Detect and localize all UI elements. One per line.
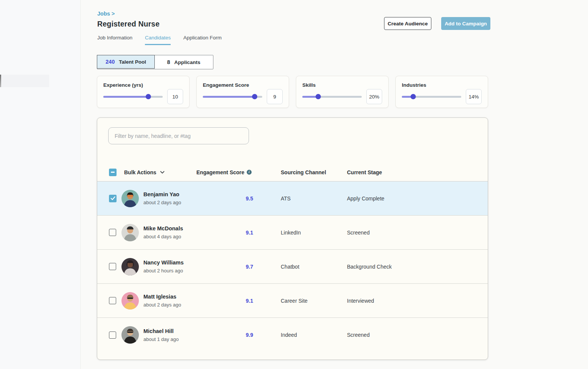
filter-card-skills: Skills 20% — [296, 76, 389, 108]
candidate-name[interactable]: Michael Hill — [143, 328, 196, 334]
engagement-score: 9.7 — [196, 264, 253, 270]
filter-card-experience: Experience (yrs) 10 — [97, 76, 190, 108]
row-checkbox[interactable] — [109, 297, 116, 304]
bulk-actions-dropdown[interactable]: Bulk Actions — [118, 169, 196, 175]
filter-label: Experience (yrs) — [103, 82, 183, 88]
pool-toggle: 240 Talent Pool 8 Applicants — [97, 55, 213, 69]
left-panel-marker — [0, 75, 1, 87]
current-stage: Interviewed — [347, 298, 488, 304]
slider-thumb[interactable] — [316, 94, 321, 99]
slider-thumb[interactable] — [411, 94, 416, 99]
indeterminate-icon — [111, 172, 115, 173]
candidate-time: about 1 day ago — [143, 336, 196, 342]
candidate-time: about 2 hours ago — [143, 268, 196, 274]
applicants-label: Applicants — [174, 59, 201, 65]
current-stage: Screened — [347, 230, 488, 236]
sourcing-channel: ATS — [253, 195, 347, 202]
talent-pool-segment[interactable]: 240 Talent Pool — [97, 55, 155, 69]
current-stage: Background Check — [347, 264, 488, 270]
info-icon[interactable]: i — [247, 170, 252, 175]
candidate-name[interactable]: Matt Iglesias — [143, 294, 196, 300]
candidate-name[interactable]: Mike McDonals — [143, 225, 196, 231]
current-stage: Screened — [347, 332, 488, 338]
filter-label: Industries — [402, 82, 482, 88]
engagement-score: 9.1 — [196, 298, 253, 304]
tab-bar: Job Information Candidates Application F… — [97, 35, 222, 45]
industries-slider[interactable] — [402, 96, 461, 98]
current-stage: Apply Complete — [347, 195, 488, 202]
row-checkbox[interactable] — [109, 195, 117, 202]
talent-pool-count: 240 — [106, 59, 115, 65]
experience-slider[interactable] — [103, 96, 163, 98]
applicants-count: 8 — [167, 59, 170, 65]
avatar — [121, 224, 139, 241]
avatar — [121, 190, 139, 207]
column-current-stage: Current Stage — [347, 169, 488, 175]
sourcing-channel: Indeed — [253, 332, 347, 338]
avatar — [121, 292, 139, 310]
sourcing-channel: LinkedIn — [253, 230, 347, 236]
engagement-score: 9.1 — [196, 230, 253, 236]
candidate-time: about 2 days ago — [143, 200, 196, 205]
left-panel-item — [0, 75, 49, 87]
search-input[interactable] — [108, 127, 249, 144]
filter-card-engagement: Engagement Score 9 — [196, 76, 289, 108]
table-row[interactable]: Michael Hill about 1 day ago 9.9 Indeed … — [97, 318, 488, 352]
check-icon — [110, 196, 115, 200]
bulk-actions-label: Bulk Actions — [124, 169, 156, 175]
row-checkbox[interactable] — [109, 229, 116, 236]
row-checkbox[interactable] — [109, 331, 116, 339]
table-row[interactable]: Benjamin Yao about 2 days ago 9.5 ATS Ap… — [97, 181, 488, 216]
select-all-checkbox[interactable] — [109, 169, 117, 176]
slider-thumb[interactable] — [252, 94, 257, 99]
column-sourcing-channel: Sourcing Channel — [253, 169, 347, 175]
chevron-down-icon — [160, 171, 165, 174]
candidate-name[interactable]: Nancy Williams — [143, 260, 196, 266]
tab-job-information[interactable]: Job Information — [97, 35, 132, 45]
column-label: Engagement Score — [196, 169, 244, 175]
industries-value[interactable]: 14% — [466, 89, 482, 104]
table-row[interactable]: Nancy Williams about 2 hours ago 9.7 Cha… — [97, 250, 488, 284]
candidate-rows: Benjamin Yao about 2 days ago 9.5 ATS Ap… — [97, 181, 488, 352]
table-row[interactable]: Mike McDonals about 4 days ago 9.1 Linke… — [97, 216, 488, 250]
filter-cards: Experience (yrs) 10 Engagement Score 9 S… — [97, 76, 488, 108]
sourcing-channel: Career Site — [253, 298, 347, 304]
engagement-value[interactable]: 9 — [267, 89, 283, 104]
experience-value[interactable]: 10 — [167, 89, 183, 104]
engagement-score: 9.5 — [196, 195, 253, 202]
page-title: Registered Nurse — [97, 20, 160, 28]
candidate-time: about 2 days ago — [143, 302, 196, 308]
skills-slider[interactable] — [302, 96, 362, 98]
tab-candidates[interactable]: Candidates — [145, 35, 171, 45]
candidates-table-card: Bulk Actions Engagement Score i Sourcing… — [97, 117, 488, 360]
engagement-slider[interactable] — [203, 96, 262, 98]
breadcrumb[interactable]: Jobs > — [97, 11, 115, 17]
skills-value[interactable]: 20% — [366, 89, 382, 104]
row-checkbox[interactable] — [109, 263, 116, 270]
column-engagement-score: Engagement Score i — [196, 169, 253, 175]
engagement-score: 9.9 — [196, 332, 253, 338]
table-header-row: Bulk Actions Engagement Score i Sourcing… — [97, 163, 488, 181]
slider-thumb[interactable] — [146, 94, 151, 99]
tab-application-form[interactable]: Application Form — [183, 35, 221, 45]
avatar — [121, 326, 139, 344]
create-audience-button[interactable]: Create Audience — [384, 17, 431, 30]
filter-card-industries: Industries 14% — [395, 76, 488, 108]
sourcing-channel: Chatbot — [253, 264, 347, 270]
filter-label: Skills — [302, 82, 382, 88]
avatar — [121, 258, 139, 275]
add-to-campaign-button[interactable]: Add to Campaign — [441, 17, 490, 30]
filter-label: Engagement Score — [203, 82, 283, 88]
candidate-name[interactable]: Benjamin Yao — [143, 191, 196, 197]
talent-pool-label: Talent Pool — [119, 59, 146, 65]
candidate-time: about 4 days ago — [143, 234, 196, 239]
table-row[interactable]: Matt Iglesias about 2 days ago 9.1 Caree… — [97, 284, 488, 318]
left-panel — [0, 0, 81, 369]
applicants-segment[interactable]: 8 Applicants — [154, 55, 213, 69]
